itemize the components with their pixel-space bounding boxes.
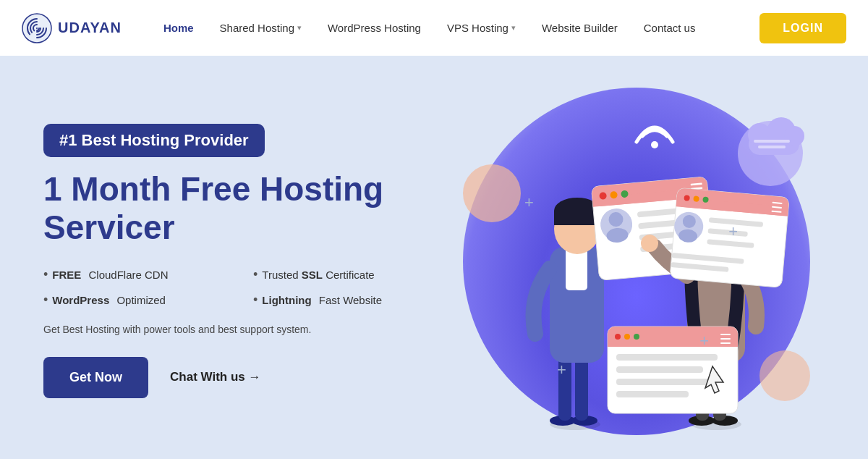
svg-rect-65 bbox=[616, 379, 710, 385]
features-list: FREE CloudFlare CDN Trusted SSL Certific… bbox=[43, 267, 448, 308]
plus-icon-4: + bbox=[557, 361, 566, 379]
svg-rect-61 bbox=[720, 338, 731, 340]
nav-contact-us[interactable]: Contact us bbox=[631, 0, 709, 56]
svg-point-59 bbox=[634, 334, 639, 340]
svg-rect-5 bbox=[575, 355, 588, 421]
plus-icon-3: + bbox=[699, 332, 709, 350]
feature-wordpress: WordPress Optimized bbox=[43, 292, 239, 308]
svg-rect-64 bbox=[616, 366, 703, 373]
feature-cloudflare: FREE CloudFlare CDN bbox=[43, 267, 239, 282]
hero-section: #1 Best Hosting Provider 1 Month Free Ho… bbox=[0, 56, 868, 459]
svg-rect-63 bbox=[616, 354, 718, 361]
hero-title: 1 Month Free Hosting Servicer bbox=[43, 170, 448, 247]
nav-links: Home Shared Hosting ▾ WordPress Hosting … bbox=[150, 0, 760, 56]
nav-wordpress-hosting[interactable]: WordPress Hosting bbox=[315, 0, 434, 56]
svg-point-68 bbox=[651, 141, 658, 148]
svg-rect-66 bbox=[616, 391, 689, 397]
hero-subtitle: Get Best Hosting with power tools and be… bbox=[43, 324, 448, 335]
svg-point-72 bbox=[784, 126, 804, 146]
plus-icon-2: + bbox=[728, 222, 738, 241]
svg-point-58 bbox=[624, 334, 630, 340]
logo-text: UDAYAN bbox=[58, 20, 122, 36]
logo-icon bbox=[22, 13, 52, 43]
feature-ssl: Trusted SSL Certificate bbox=[253, 267, 448, 282]
feature-lightning: Lightning Fast Website bbox=[253, 292, 448, 308]
shared-hosting-chevron-icon: ▾ bbox=[297, 23, 302, 33]
login-button[interactable]: LOGIN bbox=[760, 13, 846, 43]
logo[interactable]: UDAYAN bbox=[22, 13, 122, 43]
svg-rect-62 bbox=[720, 342, 731, 344]
hero-content: #1 Best Hosting Provider 1 Month Free Ho… bbox=[43, 124, 448, 398]
get-now-button[interactable]: Get Now bbox=[43, 357, 148, 398]
svg-rect-60 bbox=[720, 334, 731, 335]
nav-shared-hosting[interactable]: Shared Hosting ▾ bbox=[207, 0, 315, 56]
nav-home[interactable]: Home bbox=[150, 0, 207, 56]
svg-rect-73 bbox=[754, 140, 790, 143]
vps-chevron-icon: ▾ bbox=[511, 23, 516, 33]
hero-illustration: + + + + bbox=[448, 77, 825, 445]
nav-vps-hosting[interactable]: VPS Hosting ▾ bbox=[434, 0, 529, 56]
plus-icon-1: + bbox=[524, 193, 534, 212]
svg-point-36 bbox=[641, 235, 658, 252]
cta-row: Get Now Chat With us → bbox=[43, 357, 448, 398]
svg-rect-74 bbox=[758, 146, 786, 148]
nav-website-builder[interactable]: Website Builder bbox=[529, 0, 631, 56]
illustration-svg bbox=[456, 80, 817, 442]
chat-link[interactable]: Chat With us → bbox=[170, 370, 260, 384]
navbar: UDAYAN Home Shared Hosting ▾ WordPress H… bbox=[0, 0, 868, 56]
svg-point-57 bbox=[615, 334, 621, 340]
hero-badge: #1 Best Hosting Provider bbox=[43, 124, 265, 157]
